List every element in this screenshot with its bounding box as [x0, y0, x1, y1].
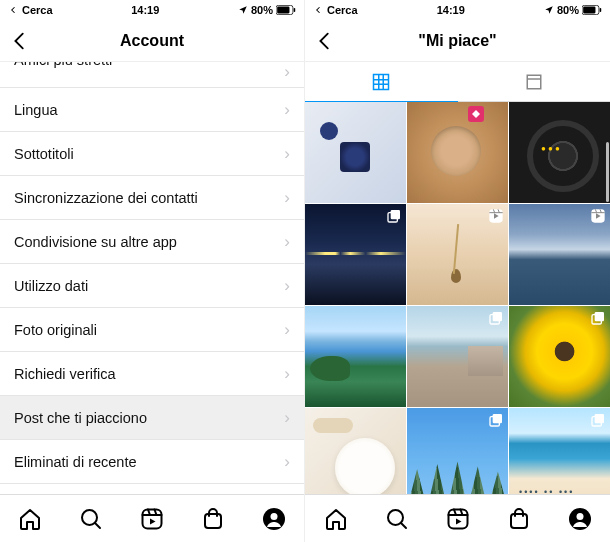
bottom-nav [0, 494, 304, 542]
chevron-right-icon: › [284, 232, 290, 252]
account-settings-screen: Cerca 14:19 80% Account Amici più strett… [0, 0, 305, 542]
search-icon [385, 507, 409, 531]
liked-post-thumbnail[interactable] [407, 204, 508, 305]
liked-post-thumbnail[interactable] [407, 408, 508, 494]
liked-post-thumbnail[interactable] [305, 306, 406, 407]
liked-post-thumbnail[interactable] [509, 408, 610, 494]
svg-rect-36 [493, 414, 502, 423]
settings-row[interactable]: Post che ti piacciono› [0, 396, 304, 440]
status-time: 14:19 [437, 4, 465, 16]
liked-post-thumbnail[interactable] [407, 306, 508, 407]
breadcrumb-chevron-icon [313, 5, 323, 15]
liked-post-thumbnail[interactable] [509, 102, 610, 203]
settings-row-label: Sottotitoli [14, 146, 74, 162]
settings-row-label: Condivisione su altre app [14, 234, 177, 250]
svg-rect-15 [374, 74, 389, 89]
page-title: Account [120, 32, 184, 50]
svg-rect-46 [511, 514, 527, 528]
svg-rect-13 [583, 7, 595, 14]
liked-post-thumbnail[interactable] [305, 408, 406, 494]
nav-search-button[interactable] [385, 507, 409, 531]
svg-rect-32 [493, 312, 502, 321]
nav-reels-button[interactable] [140, 507, 164, 531]
nav-reels-button[interactable] [446, 507, 470, 531]
settings-row[interactable]: Condivisione su altre app› [0, 220, 304, 264]
chevron-right-icon: › [284, 62, 290, 82]
breadcrumb-chevron-icon [8, 5, 18, 15]
back-button[interactable] [313, 29, 337, 53]
svg-rect-2 [294, 8, 296, 12]
scroll-indicator[interactable] [606, 142, 609, 202]
settings-row-label: Lingua [14, 102, 58, 118]
chevron-right-icon: › [284, 100, 290, 120]
settings-link[interactable]: Cambia il tipo di account [0, 484, 304, 494]
nav-profile-button[interactable] [262, 507, 286, 531]
nav-profile-button[interactable] [568, 507, 592, 531]
tab-grid[interactable] [305, 62, 458, 102]
nav-home-button[interactable] [324, 507, 348, 531]
chevron-right-icon: › [284, 364, 290, 384]
chevron-right-icon: › [284, 188, 290, 208]
liked-post-thumbnail[interactable] [407, 102, 508, 203]
chevron-left-icon [9, 30, 31, 52]
shop-icon [507, 507, 531, 531]
nav-shop-button[interactable] [507, 507, 531, 531]
profile-icon [568, 507, 592, 531]
settings-row[interactable]: Sincronizzazione dei contatti› [0, 176, 304, 220]
nav-home-button[interactable] [18, 507, 42, 531]
liked-grid [305, 102, 610, 494]
battery-icon [582, 5, 602, 15]
svg-rect-1 [277, 7, 289, 14]
svg-rect-38 [595, 414, 604, 423]
chevron-left-icon [314, 30, 336, 52]
settings-row-label: Eliminati di recente [14, 454, 137, 470]
settings-row[interactable]: Utilizzo dati› [0, 264, 304, 308]
svg-rect-9 [205, 514, 221, 528]
settings-row[interactable]: Amici più stretti› [0, 62, 304, 88]
nav-header: "Mi piace" [305, 20, 610, 62]
settings-row[interactable]: Foto originali› [0, 308, 304, 352]
settings-row-label: Amici più stretti [14, 62, 112, 68]
location-icon [544, 5, 554, 15]
page-title: "Mi piace" [418, 32, 496, 50]
multi-badge-icon [386, 208, 402, 224]
back-button[interactable] [8, 29, 32, 53]
nav-shop-button[interactable] [201, 507, 225, 531]
settings-row-label: Sincronizzazione dei contatti [14, 190, 198, 206]
settings-row[interactable]: Lingua› [0, 88, 304, 132]
multi-badge-icon [590, 412, 606, 428]
shop-icon [201, 507, 225, 531]
reels-icon [446, 507, 470, 531]
liked-post-thumbnail[interactable] [509, 204, 610, 305]
liked-posts-screen: Cerca 14:19 80% "Mi piace" [305, 0, 610, 542]
liked-post-thumbnail[interactable] [305, 102, 406, 203]
svg-line-41 [401, 523, 406, 528]
settings-row[interactable]: Eliminati di recente› [0, 440, 304, 484]
nav-search-button[interactable] [79, 507, 103, 531]
chevron-right-icon: › [284, 144, 290, 164]
reels-icon [140, 507, 164, 531]
settings-row-label: Foto originali [14, 322, 97, 338]
liked-post-thumbnail[interactable] [509, 306, 610, 407]
status-bar: Cerca 14:19 80% [305, 0, 610, 20]
settings-list: Amici più stretti›Lingua›Sottotitoli›Sin… [0, 62, 304, 494]
chevron-right-icon: › [284, 452, 290, 472]
liked-grid-container [305, 102, 610, 494]
settings-row[interactable]: Richiedi verifica› [0, 352, 304, 396]
settings-row[interactable]: Sottotitoli› [0, 132, 304, 176]
status-battery: 80% [251, 4, 273, 16]
tab-feed[interactable] [458, 62, 611, 102]
svg-rect-14 [600, 8, 602, 12]
settings-row-label: Post che ti piacciono [14, 410, 147, 426]
svg-rect-5 [142, 509, 161, 528]
svg-rect-20 [527, 75, 541, 89]
liked-post-thumbnail[interactable] [305, 204, 406, 305]
brand-badge-icon [468, 106, 484, 122]
status-battery: 80% [557, 4, 579, 16]
svg-point-48 [576, 513, 583, 520]
grid-icon [372, 73, 390, 91]
battery-icon [276, 5, 296, 15]
settings-row-label: Richiedi verifica [14, 366, 116, 382]
home-icon [324, 507, 348, 531]
svg-point-11 [270, 513, 277, 520]
